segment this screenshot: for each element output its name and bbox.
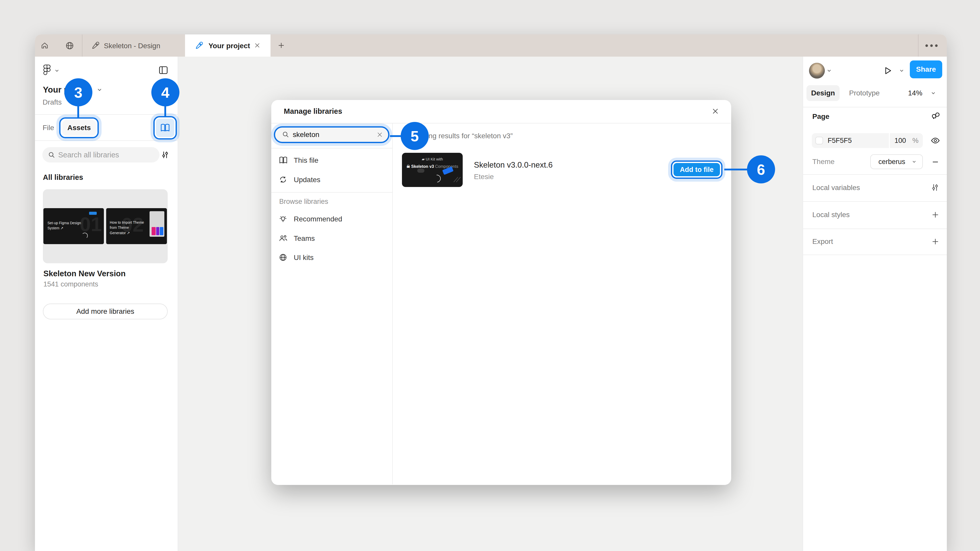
- tab-your-project[interactable]: Your project: [185, 35, 270, 57]
- opacity-value: 100: [894, 137, 906, 144]
- add-style-plus-icon[interactable]: [931, 211, 939, 219]
- nav-item-recommended[interactable]: Recommended: [277, 212, 387, 226]
- pen-nib-icon-blue: [195, 41, 204, 49]
- theme-dropdown[interactable]: cerberus: [870, 154, 923, 169]
- styles-icon[interactable]: [931, 112, 940, 121]
- nav-item-this-file[interactable]: This file: [277, 153, 387, 168]
- nav-label: Teams: [294, 234, 315, 243]
- chevron-down-icon[interactable]: [931, 90, 936, 96]
- lightbulb-icon: [279, 215, 287, 223]
- thumb-swatch-pink: [151, 227, 156, 235]
- chevron-down-icon[interactable]: [54, 68, 60, 73]
- result-title: Skeleton v3.0.0-next.6: [474, 160, 552, 170]
- thumb-arc-decoration: [82, 233, 88, 239]
- modal-title: Manage libraries: [284, 107, 342, 116]
- share-label: Share: [916, 65, 936, 73]
- new-tab-plus-icon[interactable]: [277, 41, 285, 49]
- color-swatch[interactable]: [815, 137, 823, 144]
- more-options-icon[interactable]: [924, 43, 939, 48]
- tab-file[interactable]: File: [43, 124, 54, 132]
- thumb-swatch-blue: [160, 227, 163, 235]
- add-export-plus-icon[interactable]: [931, 238, 939, 246]
- users-icon: [279, 234, 288, 242]
- result-thumb-line1: ▰ UI Kit with: [402, 157, 463, 162]
- nav-label: Updates: [294, 176, 320, 184]
- search-libraries-input[interactable]: Search all libraries: [42, 147, 159, 162]
- tab-assets[interactable]: Assets: [62, 120, 96, 136]
- share-button[interactable]: Share: [910, 60, 942, 78]
- library-card-title: Skeleton New Version: [43, 269, 126, 278]
- local-styles-label: Local styles: [812, 211, 850, 219]
- page-color-field[interactable]: F5F5F5: [812, 133, 889, 148]
- theme-label: Theme: [812, 158, 835, 166]
- nav-item-updates[interactable]: Updates: [277, 173, 387, 187]
- tab-prototype[interactable]: Prototype: [849, 89, 880, 97]
- chevron-down-icon: [912, 159, 917, 164]
- globe-icon: [279, 253, 287, 262]
- annotation-badge-6: 6: [747, 156, 775, 183]
- clear-search-icon[interactable]: [376, 131, 383, 138]
- libraries-button[interactable]: [156, 119, 174, 137]
- present-play-icon[interactable]: [883, 66, 892, 76]
- annotation-stem-3: [77, 106, 79, 118]
- figma-menu-logo-icon[interactable]: [43, 64, 51, 76]
- breadcrumb-drafts[interactable]: Drafts: [43, 98, 62, 106]
- nav-label: Recommended: [294, 215, 342, 223]
- tab-design[interactable]: Design: [807, 85, 840, 101]
- right-inspector-panel: [803, 57, 947, 551]
- chevron-down-icon[interactable]: [899, 68, 904, 73]
- close-tab-icon[interactable]: [254, 42, 261, 49]
- add-to-file-label: Add to file: [680, 166, 714, 174]
- modal-header-divider: [271, 123, 731, 124]
- thumb-pill-decoration: [417, 168, 425, 173]
- refresh-icon: [279, 176, 287, 184]
- tab-label: Skeleton - Design: [104, 42, 160, 50]
- avatar[interactable]: [809, 63, 825, 79]
- toggle-sidebar-icon[interactable]: [159, 66, 168, 75]
- divider: [803, 174, 947, 175]
- tabbar-divider: [918, 35, 918, 57]
- tab-skeleton-design[interactable]: Skeleton - Design: [82, 35, 185, 57]
- thumb-swatch-purple: [156, 227, 159, 235]
- result-author: Etesie: [474, 173, 494, 181]
- zoom-level[interactable]: 14%: [908, 89, 922, 97]
- eye-visibility-icon[interactable]: [931, 136, 940, 145]
- chevron-down-icon[interactable]: [97, 87, 103, 93]
- modal-search-input[interactable]: skeleton: [274, 126, 390, 143]
- divider: [803, 107, 947, 107]
- nav-item-teams[interactable]: Teams: [277, 231, 387, 246]
- divider: [271, 192, 392, 192]
- percent-sign: %: [912, 137, 918, 144]
- color-hex-value[interactable]: F5F5F5: [828, 137, 852, 144]
- add-more-libraries-button[interactable]: Add more libraries: [43, 303, 168, 319]
- add-to-file-button[interactable]: Add to file: [673, 163, 720, 176]
- search-query-value: skeleton: [293, 130, 319, 139]
- filter-sliders-icon[interactable]: [161, 151, 169, 159]
- open-book-icon: [279, 156, 288, 164]
- divider: [35, 114, 178, 115]
- badge-number: 3: [74, 84, 83, 101]
- all-libraries-heading: All libraries: [43, 173, 83, 182]
- close-modal-icon[interactable]: [711, 107, 719, 115]
- theme-value: cerberus: [878, 158, 905, 166]
- result-thumb-line2: ☠ Skeleton v3 Components: [402, 164, 463, 169]
- nav-item-ui-kits[interactable]: UI kits: [277, 251, 387, 265]
- divider: [803, 201, 947, 202]
- badge-number: 5: [410, 127, 419, 144]
- chevron-down-icon[interactable]: [826, 68, 832, 73]
- thumb-text: UI Kit with: [426, 157, 443, 161]
- variables-sliders-icon[interactable]: [931, 183, 939, 192]
- community-globe-icon[interactable]: [65, 41, 74, 50]
- search-icon: [282, 131, 289, 138]
- remove-minus-icon[interactable]: [932, 158, 939, 166]
- annotation-badge-5: 5: [401, 122, 429, 150]
- page-color-opacity-field[interactable]: 100 %: [890, 133, 923, 148]
- thumb-text-bold: Skeleton v3: [411, 164, 434, 168]
- library-thumbnail-1: 01 Set-up Figma Design System ↗: [43, 208, 104, 244]
- pen-nib-icon: [92, 41, 100, 49]
- home-icon[interactable]: [41, 41, 49, 50]
- search-icon: [48, 151, 55, 159]
- tab-label: Your project: [208, 42, 250, 50]
- thumb-caption: Set-up Figma Design System ↗: [48, 221, 86, 231]
- browse-libraries-label: Browse libraries: [279, 198, 328, 206]
